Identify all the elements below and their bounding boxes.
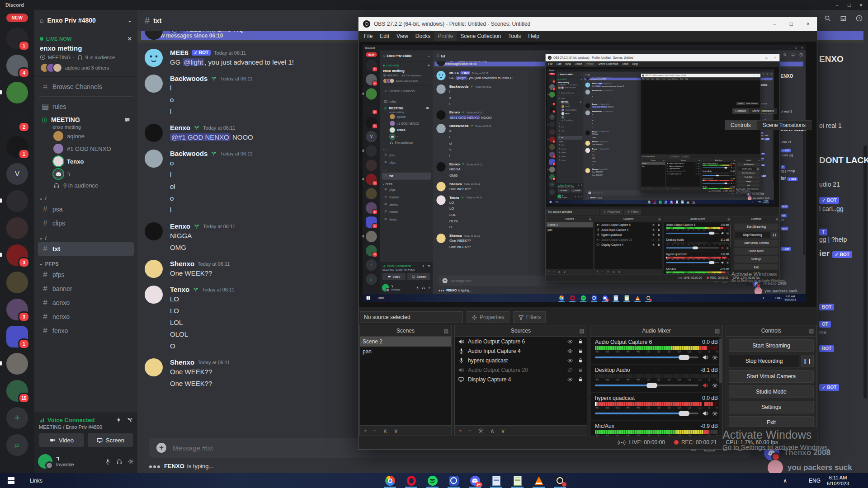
voice-participant[interactable]: aqlone bbox=[380, 113, 433, 120]
channel-pfps[interactable]: #pfps bbox=[382, 186, 431, 193]
avatar[interactable] bbox=[436, 84, 445, 94]
explore-button[interactable]: ⌕ bbox=[6, 434, 28, 456]
sticker-icon[interactable] bbox=[736, 192, 738, 194]
obs-preview[interactable] bbox=[641, 80, 760, 154]
stop-recording-button[interactable]: Stop Recording bbox=[737, 167, 756, 171]
taskbar-app-chrome[interactable] bbox=[647, 200, 651, 204]
source-item[interactable]: Audio Output Capture 6 bbox=[594, 222, 662, 227]
screen-share-button[interactable]: Screen bbox=[407, 273, 430, 280]
exit-button[interactable]: Exit bbox=[737, 184, 760, 187]
properties-button[interactable]: Properties bbox=[467, 311, 509, 323]
mention[interactable]: @light bbox=[456, 76, 467, 80]
volume-slider[interactable] bbox=[703, 175, 730, 176]
source-item[interactable]: Display Capture 4 bbox=[594, 242, 662, 247]
tray-expand-icon[interactable]: ∧ bbox=[783, 478, 787, 484]
pause-recording-button[interactable]: ❙❙ bbox=[771, 232, 778, 239]
server-icon[interactable]: 3 bbox=[6, 299, 28, 320]
message-author[interactable]: Tenxo bbox=[592, 148, 597, 150]
avatar[interactable] bbox=[436, 195, 445, 205]
taskbar-app-notepad-plus[interactable] bbox=[510, 473, 525, 488]
start-virtual-camera-button[interactable]: Start Virtual Camera bbox=[735, 240, 778, 247]
explore-button[interactable]: ⌕ bbox=[549, 189, 555, 195]
menu-profile[interactable]: Profile bbox=[434, 32, 457, 41]
lock-icon[interactable] bbox=[698, 163, 700, 164]
gear-icon[interactable] bbox=[607, 270, 610, 273]
channel-psa[interactable]: #psa bbox=[38, 202, 134, 216]
remove-icon[interactable]: − bbox=[645, 187, 646, 189]
server-icon[interactable] bbox=[549, 129, 555, 135]
close-icon[interactable]: × bbox=[758, 75, 759, 76]
move-up-icon[interactable]: ∧ bbox=[613, 270, 615, 273]
add-icon[interactable]: + bbox=[597, 270, 599, 273]
channel-clips[interactable]: #clips bbox=[38, 216, 134, 230]
avatar[interactable] bbox=[145, 124, 163, 142]
server-icon[interactable] bbox=[6, 190, 28, 212]
obs-preview[interactable]: Discord – □ × NEW 1421V33115 + ⌕ ⌂ Enxo … bbox=[546, 67, 779, 206]
studio-mode-button[interactable]: Studio Mode bbox=[735, 248, 778, 255]
video-button[interactable]: Video bbox=[382, 273, 406, 280]
mention[interactable]: @light bbox=[183, 58, 205, 66]
taskbar-app-chrome[interactable] bbox=[558, 294, 566, 302]
exit-button[interactable]: Exit bbox=[735, 264, 778, 269]
channel-pfps[interactable]: #pfps bbox=[557, 143, 582, 147]
source-item[interactable]: Audio Output Capture 6 bbox=[455, 337, 587, 346]
eye-icon[interactable] bbox=[566, 358, 574, 363]
avatar[interactable] bbox=[585, 89, 590, 94]
minimize-icon[interactable]: – bbox=[749, 75, 750, 76]
channel-rules[interactable]: ▤rules bbox=[38, 99, 134, 113]
message-author[interactable]: Shenxo bbox=[449, 234, 462, 238]
lock-icon[interactable] bbox=[698, 173, 700, 175]
eye-icon[interactable] bbox=[566, 339, 574, 344]
server-icon[interactable] bbox=[366, 160, 377, 171]
server-header[interactable]: ⌂ Enxo Priv #4800 ⌄ bbox=[34, 10, 137, 31]
taskbar-app-capture[interactable] bbox=[590, 294, 598, 302]
server-icon[interactable] bbox=[6, 353, 28, 375]
search-icon[interactable] bbox=[783, 53, 787, 56]
voice-participant[interactable]: aqlone bbox=[557, 105, 583, 108]
clock[interactable]: 6:11 AM6/10/2023 bbox=[763, 200, 769, 203]
maximize-icon[interactable]: □ bbox=[790, 21, 793, 27]
voice-participant[interactable]: #1 GOD NENXO bbox=[34, 142, 137, 155]
avatar[interactable] bbox=[145, 75, 163, 93]
message-author[interactable]: Backwoods bbox=[449, 84, 469, 89]
category[interactable]: ⌄PFPS bbox=[380, 180, 433, 186]
taskbar-app-capture[interactable] bbox=[446, 473, 461, 488]
lock-icon[interactable] bbox=[698, 165, 700, 167]
menu-help[interactable]: Help bbox=[524, 32, 543, 41]
scene-item[interactable]: pan bbox=[546, 227, 593, 233]
channel-aenxo[interactable]: #aenxo bbox=[38, 296, 134, 310]
speaker-mute-icon[interactable] bbox=[731, 175, 732, 177]
server-icon[interactable]: 1 bbox=[549, 107, 555, 113]
scrollbar[interactable] bbox=[803, 122, 805, 255]
message-author[interactable]: Backwoods bbox=[170, 75, 208, 82]
scenes-header[interactable]: Scenes▤ bbox=[546, 216, 593, 222]
mention[interactable]: @light bbox=[595, 85, 601, 87]
menu-tools[interactable]: Tools bbox=[505, 32, 524, 41]
start-streaming-button[interactable]: Start Streaming bbox=[737, 163, 760, 166]
gear-icon[interactable] bbox=[733, 175, 735, 177]
remove-icon[interactable]: − bbox=[553, 270, 555, 273]
controls-header[interactable]: Controls▤ bbox=[726, 325, 816, 336]
speaker-mute-icon[interactable] bbox=[702, 382, 708, 389]
voice-participant[interactable]: #1 GOD NENXO bbox=[557, 108, 583, 112]
tab-scene-transitions[interactable]: Scene Transitions bbox=[749, 108, 777, 114]
lock-icon[interactable] bbox=[698, 168, 700, 169]
filters-button[interactable]: Filters bbox=[513, 311, 546, 323]
category[interactable]: ⌄/ bbox=[34, 230, 137, 242]
gear-icon[interactable] bbox=[726, 261, 729, 264]
minimize-icon[interactable]: – bbox=[757, 56, 759, 59]
controls-header[interactable]: Controls▤ bbox=[733, 216, 779, 222]
server-icon[interactable]: 4 bbox=[549, 84, 555, 90]
message-author[interactable]: Tenxo bbox=[170, 286, 189, 293]
move-up-icon[interactable]: ∧ bbox=[647, 187, 648, 189]
server-icon[interactable]: 15 bbox=[549, 174, 555, 180]
server-icon[interactable]: 1 bbox=[6, 326, 28, 347]
tray-expand-icon[interactable]: ∧ bbox=[762, 296, 764, 300]
taskbar-app-notepad[interactable] bbox=[489, 473, 504, 488]
disconnect-icon[interactable] bbox=[127, 417, 133, 423]
settings-button[interactable]: Settings bbox=[737, 180, 760, 183]
server-icon[interactable]: V bbox=[366, 131, 377, 142]
language-indicator[interactable]: ENG bbox=[809, 478, 821, 484]
tab-controls[interactable]: Controls bbox=[732, 108, 749, 114]
krisp-icon[interactable]: ✦ bbox=[422, 264, 425, 268]
